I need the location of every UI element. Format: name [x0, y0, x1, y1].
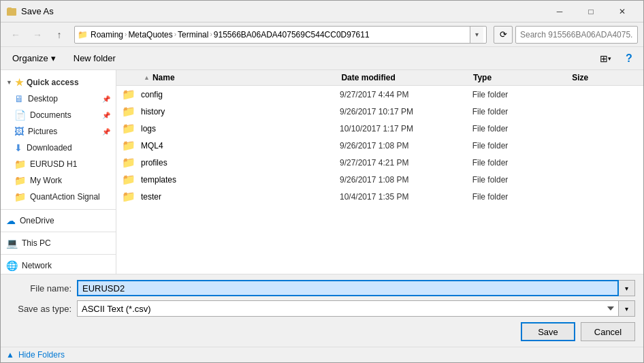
sidebar-item-documents[interactable]: 📄 Documents 📌: [1, 107, 116, 123]
sidebar-item-label: Documents: [30, 110, 71, 120]
filetype-select[interactable]: ASCII Text (*.csv): [77, 300, 619, 317]
sidebar-item-desktop[interactable]: 🖥 Desktop 📌: [1, 91, 116, 107]
file-row[interactable]: 📁 MQL4 9/26/2017 1:08 PM File folder: [116, 137, 643, 154]
sidebar-item-label: Downloaded: [27, 143, 72, 153]
sidebar-item-network[interactable]: 🌐 Network: [1, 257, 116, 274]
help-button[interactable]: ?: [620, 50, 638, 67]
sidebar-item-quantaction[interactable]: 📁 QuantAction Signal: [1, 189, 116, 205]
view-button[interactable]: ⊞ ▾: [596, 50, 615, 67]
organize-arrow-icon: ▾: [51, 53, 56, 63]
forward-button[interactable]: →: [28, 25, 47, 44]
search-input[interactable]: [515, 26, 638, 44]
sidebar-item-mywork[interactable]: 📁 My Work: [1, 172, 116, 189]
file-row[interactable]: 📁 logs 10/10/2017 1:17 PM File folder: [116, 120, 643, 137]
pictures-icon: 🖼: [14, 126, 24, 137]
file-row-name: logs: [141, 124, 340, 133]
back-button[interactable]: ←: [6, 25, 25, 44]
quick-access-star-icon: ★: [15, 77, 24, 88]
maximize-button[interactable]: □: [575, 1, 607, 22]
network-label: Network: [22, 261, 52, 270]
file-row-name: history: [141, 107, 340, 116]
file-row[interactable]: 📁 config 9/27/2017 4:44 PM File folder: [116, 86, 643, 103]
sidebar-item-downloaded[interactable]: ⬇ Downloaded: [1, 140, 116, 156]
col-type-header[interactable]: Type: [473, 73, 572, 82]
filename-input[interactable]: [77, 280, 619, 296]
folder-icon: 📁: [122, 173, 135, 186]
action-bar: Organize ▾ New folder ⊞ ▾ ?: [1, 47, 643, 70]
title-bar: Save As ─ □ ✕: [1, 1, 643, 22]
file-row-type: File folder: [472, 107, 572, 116]
hide-folders-bar[interactable]: ▲ Hide Folders: [1, 347, 643, 362]
file-row-name: profiles: [141, 158, 340, 168]
main-area: ▼ ★ Quick access 🖥 Desktop 📌 📄 Documents…: [1, 70, 643, 274]
address-dropdown-button[interactable]: ▾: [470, 26, 483, 44]
forward-icon: →: [33, 29, 42, 40]
file-row-type: File folder: [472, 192, 572, 202]
filetype-dropdown-button[interactable]: ▾: [619, 300, 635, 317]
save-button-wrapper: Save: [521, 322, 575, 341]
divider-2: [1, 232, 116, 232]
folder-icon: 📁: [122, 105, 135, 118]
breadcrumb-metaquotes[interactable]: MetaQuotes ›: [128, 30, 176, 40]
breadcrumb-terminal[interactable]: Terminal ›: [178, 30, 212, 40]
col-size-header[interactable]: Size: [572, 73, 638, 82]
documents-icon: 📄: [14, 110, 26, 121]
view-arrow-icon: ▾: [608, 55, 611, 62]
file-row[interactable]: 📁 history 9/26/2017 10:17 PM File folder: [116, 103, 643, 120]
dialog-title: Save As: [21, 6, 544, 16]
cancel-button[interactable]: Cancel: [581, 322, 635, 341]
file-row[interactable]: 📁 tester 10/4/2017 1:35 PM File folder: [116, 188, 643, 205]
bottom-panel: File name: ▾ Save as type: ASCII Text (*…: [1, 274, 643, 347]
bottom-buttons: Save Cancel: [9, 322, 635, 341]
svg-rect-1: [7, 7, 12, 9]
up-button[interactable]: ↑: [50, 25, 69, 44]
hide-folders-label: Hide Folders: [18, 350, 65, 360]
onedrive-label: OneDrive: [20, 216, 54, 225]
sidebar-item-onedrive[interactable]: ☁ OneDrive: [1, 212, 116, 229]
pin-icon: 📌: [102, 112, 110, 119]
sidebar-item-label: Pictures: [28, 127, 57, 136]
filename-label: File name:: [9, 283, 77, 294]
file-row-date: 9/27/2017 4:21 PM: [340, 158, 472, 168]
sidebar-item-thispc[interactable]: 💻 This PC: [1, 235, 116, 251]
sidebar-item-eurusd[interactable]: 📁 EURUSD H1: [1, 156, 116, 172]
sidebar-item-pictures[interactable]: 🖼 Pictures 📌: [1, 123, 116, 140]
hide-folders-arrow-icon: ▲: [6, 350, 14, 360]
back-icon: ←: [11, 29, 20, 40]
pin-icon: 📌: [102, 128, 110, 136]
organize-button[interactable]: Organize ▾: [6, 50, 62, 67]
organize-label: Organize: [12, 53, 48, 63]
filetype-label: Save as type:: [9, 304, 77, 314]
file-row-type: File folder: [472, 124, 572, 133]
breadcrumb-current[interactable]: 915566BA06ADA407569C544CC0D97611: [214, 30, 370, 40]
filename-row: File name: ▾: [9, 280, 635, 296]
file-list: ▲ Name Date modified Type Size 📁 config …: [116, 70, 643, 274]
new-folder-button[interactable]: New folder: [67, 50, 122, 67]
col-name-header[interactable]: ▲ Name: [122, 73, 341, 82]
refresh-button[interactable]: ⟳: [494, 26, 513, 44]
col-date-header[interactable]: Date modified: [341, 73, 473, 82]
file-row-type: File folder: [472, 90, 572, 99]
file-row-name: config: [141, 90, 340, 99]
quick-access-section: ▼ ★ Quick access 🖥 Desktop 📌 📄 Documents…: [1, 73, 116, 206]
file-row-name: templates: [141, 175, 340, 185]
save-button[interactable]: Save: [521, 322, 575, 341]
breadcrumb-roaming[interactable]: Roaming ›: [91, 30, 127, 40]
sidebar-item-label: My Work: [30, 176, 62, 185]
divider-3: [1, 254, 116, 255]
address-bar[interactable]: 📁 Roaming › MetaQuotes › Terminal › 9155…: [74, 26, 487, 44]
minimize-button[interactable]: ─: [544, 1, 575, 22]
file-rows: 📁 config 9/27/2017 4:44 PM File folder 📁…: [116, 86, 643, 274]
file-row[interactable]: 📁 profiles 9/27/2017 4:21 PM File folder: [116, 154, 643, 171]
eurusd-folder-icon: 📁: [14, 159, 26, 170]
col-name-sort-icon: ▲: [144, 74, 150, 81]
close-button[interactable]: ✕: [607, 1, 638, 22]
pin-icon: 📌: [102, 95, 110, 103]
folder-icon: 📁: [122, 156, 135, 169]
quick-access-label: Quick access: [27, 78, 79, 87]
quick-access-header[interactable]: ▼ ★ Quick access: [1, 74, 116, 91]
file-row-date: 10/4/2017 1:35 PM: [340, 192, 472, 202]
file-row-type: File folder: [472, 141, 572, 151]
file-row[interactable]: 📁 templates 9/26/2017 1:08 PM File folde…: [116, 171, 643, 188]
filename-dropdown-button[interactable]: ▾: [619, 280, 635, 296]
